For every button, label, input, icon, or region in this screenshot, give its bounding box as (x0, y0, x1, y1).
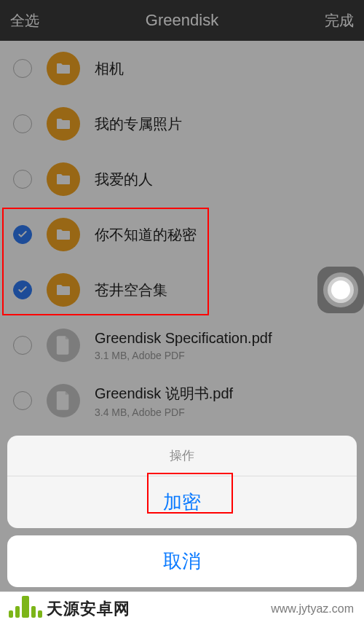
checkbox[interactable] (13, 225, 32, 244)
cancel-button[interactable]: 取消 (7, 535, 357, 587)
checkbox[interactable] (13, 336, 32, 355)
watermark-url: www.jytyaz.com (271, 602, 354, 616)
item-name: Greendisk 说明书.pdf (95, 384, 233, 404)
item-subtitle: 3.4 MB, Adobe PDF (95, 406, 233, 418)
file-icon (47, 384, 80, 417)
checkbox[interactable] (13, 59, 32, 78)
folder-icon (47, 162, 80, 196)
folder-icon (47, 273, 80, 307)
page-title: Greendisk (0, 11, 364, 30)
checkbox[interactable] (13, 114, 32, 133)
checkbox[interactable] (13, 170, 32, 189)
folder-icon (47, 107, 80, 141)
list-item[interactable]: 相机 (0, 41, 364, 96)
list-item[interactable]: 你不知道的秘密 (0, 207, 364, 262)
item-name: 我的专属照片 (95, 114, 182, 134)
item-name: 你不知道的秘密 (95, 225, 197, 245)
assistive-touch-button[interactable] (317, 267, 364, 313)
done-button[interactable]: 完成 (325, 11, 354, 31)
item-name: 相机 (95, 59, 124, 79)
encrypt-button[interactable]: 加密 (7, 476, 357, 528)
item-name: 苍井空合集 (95, 280, 167, 300)
select-all-button[interactable]: 全选 (10, 11, 39, 31)
list-item[interactable]: Greendisk 说明书.pdf 3.4 MB, Adobe PDF (0, 373, 364, 428)
action-sheet: 操作 加密 取消 (7, 436, 357, 587)
checkbox[interactable] (13, 391, 32, 410)
list-item[interactable]: 我爱的人 (0, 152, 364, 207)
folder-icon (47, 52, 80, 85)
watermark-logo: 天源安卓网 (4, 598, 130, 620)
list-item[interactable]: 我的专属照片 (0, 96, 364, 152)
watermark-bar: 天源安卓网 www.jytyaz.com (0, 591, 364, 625)
checkbox[interactable] (13, 280, 32, 299)
item-name: Greendisk Specification.pdf (95, 330, 272, 347)
list-item[interactable]: Greendisk Specification.pdf 3.1 MB, Adob… (0, 318, 364, 373)
folder-icon (47, 218, 80, 251)
navbar: 全选 Greendisk 完成 (0, 0, 364, 41)
list-item[interactable]: 苍井空合集 (0, 262, 364, 318)
item-name: 我爱的人 (95, 170, 153, 189)
file-icon (47, 329, 80, 362)
item-subtitle: 3.1 MB, Adobe PDF (95, 350, 272, 361)
action-sheet-title: 操作 (7, 436, 357, 476)
watermark-name: 天源安卓网 (47, 598, 130, 620)
